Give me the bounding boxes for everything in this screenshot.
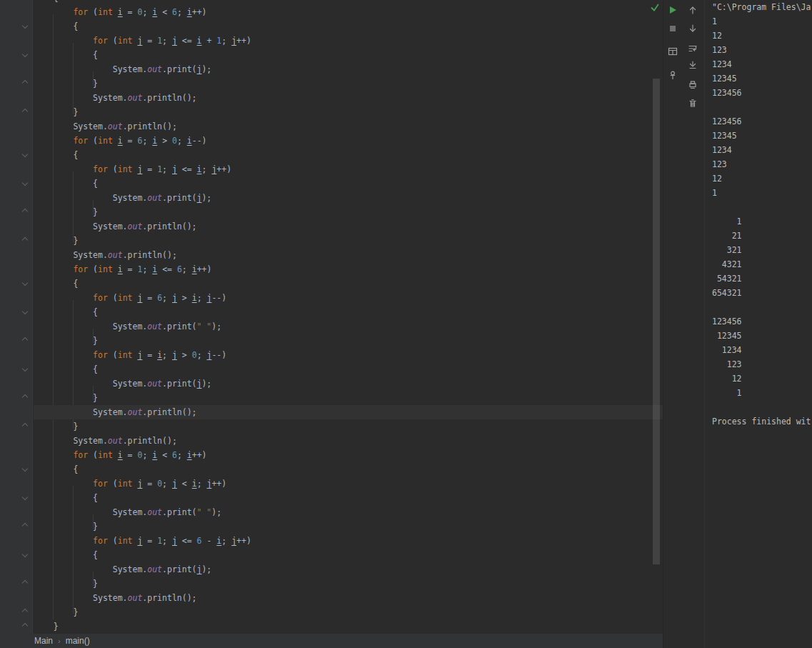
pin-tab-button[interactable]	[667, 69, 678, 81]
console-line: 12	[705, 29, 812, 43]
code-line[interactable]: {	[34, 462, 663, 477]
code-token	[113, 7, 118, 17]
fold-expand-marker-icon[interactable]	[22, 494, 28, 500]
code-area[interactable]: { for (int i = 0; i < 6; i++) { for (int…	[34, 0, 663, 634]
code-line[interactable]: {	[34, 548, 663, 562]
console[interactable]: "C:\Program Files\Ja11212312341234512345…	[704, 0, 812, 648]
code-line[interactable]: {	[34, 48, 663, 62]
code-token: {	[34, 150, 78, 160]
run-button[interactable]	[667, 4, 678, 16]
code-line[interactable]: System.out.println();	[34, 434, 663, 448]
code-token: .print(	[162, 564, 196, 574]
code-line[interactable]: System.out.println();	[34, 405, 663, 419]
breadcrumb: Main›main()	[0, 634, 663, 648]
code-line[interactable]: }	[34, 577, 663, 591]
code-line[interactable]: for (int j = 1; j <= i; j++)	[34, 162, 663, 176]
gutter	[0, 0, 33, 634]
fold-end-marker-icon[interactable]	[22, 109, 28, 114]
code-line[interactable]: {	[34, 491, 663, 505]
breadcrumb-item[interactable]: Main	[34, 636, 53, 646]
code-token: int	[98, 7, 113, 17]
code-line[interactable]: }	[34, 519, 663, 534]
code-line[interactable]: System.out.print(" ");	[34, 505, 663, 519]
code-token: i	[197, 36, 202, 46]
code-line[interactable]: System.out.print(" ");	[34, 319, 663, 334]
fold-end-marker-icon[interactable]	[22, 394, 28, 400]
code-line[interactable]: }	[34, 619, 663, 634]
code-line[interactable]: System.out.println();	[34, 119, 663, 134]
code-line[interactable]: {	[34, 148, 663, 162]
up-stack-trace-button[interactable]	[687, 4, 698, 16]
breadcrumb-item[interactable]: main()	[66, 636, 90, 646]
restore-layout-button[interactable]	[667, 46, 678, 57]
fold-end-marker-icon[interactable]	[22, 523, 28, 529]
code-line[interactable]: {	[34, 176, 663, 191]
code-line[interactable]: }	[34, 76, 663, 91]
code-line[interactable]: for (int i = 1; i <= 6; i++)	[34, 262, 663, 276]
code-line[interactable]: for (int j = 0; j < i; j++)	[34, 477, 663, 491]
code-line[interactable]: System.out.println();	[34, 219, 663, 234]
editor-scrollbar-thumb[interactable]	[653, 79, 660, 564]
code-line[interactable]: }	[34, 391, 663, 405]
code-token: .println();	[142, 93, 196, 103]
code-line[interactable]: System.out.print(j);	[34, 62, 663, 76]
code-line[interactable]: for (int i = 0; i < 6; i++)	[34, 5, 663, 19]
code-line[interactable]: for (int j = 1; j <= i + 1; j++)	[34, 34, 663, 48]
code-line[interactable]: }	[34, 105, 663, 119]
down-stack-trace-button[interactable]	[687, 23, 698, 34]
print-button[interactable]	[687, 79, 698, 90]
fold-end-marker-icon[interactable]	[22, 623, 28, 629]
stop-button[interactable]	[667, 23, 678, 34]
fold-expand-marker-icon[interactable]	[22, 309, 28, 314]
code-line[interactable]: {	[34, 305, 663, 319]
code-line[interactable]: }	[34, 419, 663, 434]
fold-expand-marker-icon[interactable]	[22, 466, 28, 472]
code-token: int	[118, 479, 133, 489]
scroll-to-end-button[interactable]	[687, 59, 698, 71]
code-line[interactable]: }	[34, 605, 663, 619]
code-line[interactable]: {	[34, 19, 663, 34]
fold-end-marker-icon[interactable]	[22, 209, 28, 214]
code-line[interactable]: System.out.println();	[34, 591, 663, 605]
fold-expand-marker-icon[interactable]	[22, 151, 28, 157]
code-line[interactable]: for (int j = i; j > 0; j--)	[34, 348, 663, 362]
code-token: for	[93, 536, 108, 546]
code-line[interactable]: System.out.println();	[34, 91, 663, 105]
fold-end-marker-icon[interactable]	[22, 423, 28, 429]
fold-end-marker-icon[interactable]	[22, 337, 28, 343]
code-token	[34, 36, 93, 46]
code-line[interactable]: for (int i = 0; i < 6; i++)	[34, 448, 663, 462]
fold-expand-marker-icon[interactable]	[22, 51, 28, 57]
code-line[interactable]: for (int j = 6; j > i; j--)	[34, 291, 663, 305]
soft-wrap-button[interactable]	[687, 43, 698, 54]
code-line[interactable]: System.out.println();	[34, 248, 663, 262]
code-line[interactable]: System.out.print(j);	[34, 562, 663, 577]
code-line[interactable]: {	[34, 362, 663, 377]
code-line[interactable]: }	[34, 234, 663, 248]
code-line[interactable]: }	[34, 334, 663, 348]
code-token: ++)	[192, 7, 207, 17]
fold-expand-marker-icon[interactable]	[22, 280, 28, 286]
fold-expand-marker-icon[interactable]	[22, 552, 28, 557]
code-line[interactable]: {	[34, 0, 663, 5]
code-line[interactable]: }	[34, 205, 663, 219]
code-token	[34, 264, 73, 274]
code-line[interactable]: for (int j = 1; j <= 6 - i; j++)	[34, 534, 663, 548]
fold-end-marker-icon[interactable]	[22, 80, 28, 86]
fold-expand-marker-icon[interactable]	[22, 366, 28, 372]
fold-end-marker-icon[interactable]	[22, 237, 28, 243]
code-line[interactable]: System.out.print(j);	[34, 377, 663, 391]
fold-end-marker-icon[interactable]	[22, 580, 28, 586]
code-token: =	[142, 293, 157, 303]
inspections-ok-icon[interactable]	[650, 1, 661, 13]
code-line[interactable]: for (int i = 6; i > 0; i--)	[34, 134, 663, 148]
console-line: 12	[705, 372, 812, 386]
code-token: ++)	[236, 536, 251, 546]
fold-expand-marker-icon[interactable]	[22, 180, 28, 186]
code-line[interactable]: System.out.print(j);	[34, 191, 663, 205]
fold-expand-marker-icon[interactable]	[22, 23, 28, 29]
code-line[interactable]: {	[34, 276, 663, 291]
code-token: }	[34, 393, 98, 403]
clear-output-button[interactable]	[687, 97, 698, 109]
fold-end-marker-icon[interactable]	[22, 609, 28, 614]
